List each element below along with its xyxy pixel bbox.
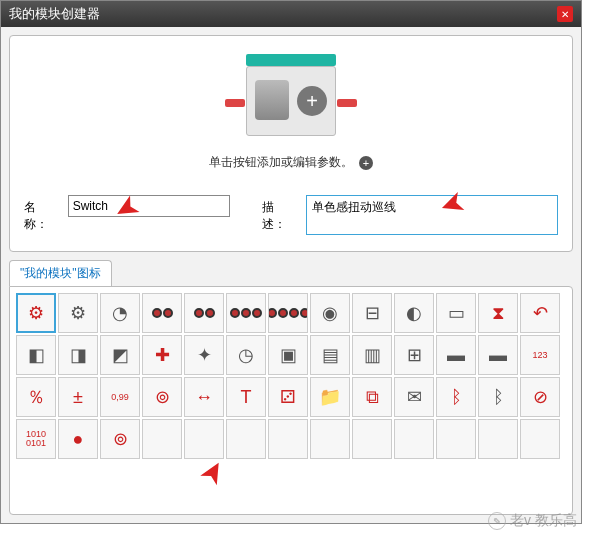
icon-cube2[interactable]: ◨: [58, 335, 98, 375]
icon-motor[interactable]: ◔: [100, 293, 140, 333]
icon-empty: [226, 419, 266, 459]
icon-mail[interactable]: ✉: [394, 377, 434, 417]
icon-cube1[interactable]: ◧: [16, 335, 56, 375]
close-icon: ✕: [561, 9, 569, 20]
desc-input[interactable]: [306, 195, 558, 235]
icon-wheel-3[interactable]: [226, 293, 266, 333]
icon-num-glyph: 0,99: [111, 393, 129, 402]
block-icon-preview: [255, 80, 289, 120]
icon-empty: [394, 419, 434, 459]
icon-empty: [184, 419, 224, 459]
hint-text: 单击按钮添加或编辑参数。: [209, 154, 353, 171]
icon-math-glyph: ±: [73, 388, 83, 406]
icon-cube3[interactable]: ◩: [100, 335, 140, 375]
icon-bt-on-glyph: ᛒ: [451, 388, 462, 406]
hint-row: 单击按钮添加或编辑参数。 +: [209, 154, 373, 171]
icon-sensor1-glyph: ▣: [280, 346, 297, 364]
icon-axes-glyph: ✦: [197, 346, 212, 364]
icon-slider[interactable]: ⊟: [352, 293, 392, 333]
icon-num[interactable]: 0,99: [100, 377, 140, 417]
block-preview: +: [221, 54, 361, 144]
icon-empty: [520, 419, 560, 459]
icon-math[interactable]: ±: [58, 377, 98, 417]
icon-empty: [268, 419, 308, 459]
icon-display[interactable]: ▭: [436, 293, 476, 333]
icon-percent-glyph: ％: [27, 388, 45, 406]
icon-folder-glyph: 📁: [319, 388, 341, 406]
icon-wheel-2b[interactable]: [184, 293, 224, 333]
icon-gauge-glyph: ◉: [322, 304, 338, 322]
icon-bug[interactable]: ●: [58, 419, 98, 459]
icon-robot-glyph: ⊞: [407, 346, 422, 364]
icon-empty: [352, 419, 392, 459]
icon-width-glyph: ↔: [195, 388, 213, 406]
preview-panel: + 单击按钮添加或编辑参数。 + 名称： 描述：: [9, 35, 573, 252]
icon-sensor1[interactable]: ▣: [268, 335, 308, 375]
icon-timer-glyph: ◷: [238, 346, 254, 364]
icon-cube1-glyph: ◧: [28, 346, 45, 364]
icon-bt-off-glyph: ᛒ: [493, 388, 504, 406]
icon-text[interactable]: T: [226, 377, 266, 417]
close-button[interactable]: ✕: [557, 6, 573, 22]
dialog-title: 我的模块创建器: [9, 5, 100, 23]
icon-mail-glyph: ✉: [407, 388, 422, 406]
icon-brain-red-glyph: ⚙: [28, 304, 44, 322]
icon-slider-glyph: ⊟: [365, 304, 380, 322]
icon-spiral-glyph: ⊚: [113, 430, 128, 448]
icon-width[interactable]: ↔: [184, 377, 224, 417]
icon-empty: [142, 419, 182, 459]
tab-myblock-icons[interactable]: "我的模块"图标: [9, 260, 112, 286]
icon-dpad[interactable]: ✚: [142, 335, 182, 375]
icon-digits[interactable]: 123: [520, 335, 560, 375]
icon-digits-glyph: 123: [532, 351, 547, 360]
icon-bt-on[interactable]: ᛒ: [436, 377, 476, 417]
icon-sensor2[interactable]: ▤: [310, 335, 350, 375]
icon-no-web[interactable]: ⊘: [520, 377, 560, 417]
icon-folder[interactable]: 📁: [310, 377, 350, 417]
icon-dpad-glyph: ✚: [155, 346, 170, 364]
icon-timer[interactable]: ◷: [226, 335, 266, 375]
icon-chart[interactable]: ⧉: [352, 377, 392, 417]
icon-cube2-glyph: ◨: [70, 346, 87, 364]
icon-brain-dark[interactable]: ⚙: [58, 293, 98, 333]
icon-sensor2-glyph: ▤: [322, 346, 339, 364]
icon-no-web-glyph: ⊘: [533, 388, 548, 406]
icon-case2[interactable]: ▬: [478, 335, 518, 375]
icon-axes[interactable]: ✦: [184, 335, 224, 375]
icon-empty: [478, 419, 518, 459]
icon-sensor3[interactable]: ▥: [352, 335, 392, 375]
tab-bar: "我的模块"图标: [9, 260, 573, 286]
icon-hourglass-glyph: ⧗: [492, 304, 505, 322]
icon-robot[interactable]: ⊞: [394, 335, 434, 375]
icon-undo[interactable]: ↶: [520, 293, 560, 333]
icon-coil[interactable]: ⊚: [142, 377, 182, 417]
icon-sensor3-glyph: ▥: [364, 346, 381, 364]
watermark-text: 老v 教乐高: [510, 512, 577, 530]
icon-cube3-glyph: ◩: [112, 346, 129, 364]
desc-label: 描述：: [262, 195, 298, 233]
output-plug-icon: [337, 99, 357, 107]
icon-chart-glyph: ⧉: [366, 388, 379, 406]
icon-hourglass[interactable]: ⧗: [478, 293, 518, 333]
icon-brain-red[interactable]: ⚙: [16, 293, 56, 333]
icon-display-glyph: ▭: [448, 304, 465, 322]
icon-dice[interactable]: ⚂: [268, 377, 308, 417]
icon-case1[interactable]: ▬: [436, 335, 476, 375]
watermark-icon: ✎: [488, 512, 506, 530]
form-row: 名称： 描述：: [24, 195, 558, 235]
icon-percent[interactable]: ％: [16, 377, 56, 417]
name-input[interactable]: [68, 195, 231, 217]
icon-spiral[interactable]: ⊚: [100, 419, 140, 459]
myblock-builder-dialog: 我的模块创建器 ✕ + 单击按钮添加或编辑参数。 + 名称： 描述： "我的模块…: [0, 0, 582, 524]
add-parameter-button[interactable]: +: [297, 86, 327, 116]
icon-binary[interactable]: 1010 0101: [16, 419, 56, 459]
icon-wheel-4[interactable]: [268, 293, 308, 333]
icon-case1-glyph: ▬: [447, 346, 465, 364]
icon-bt-off[interactable]: ᛒ: [478, 377, 518, 417]
icon-gauge[interactable]: ◉: [310, 293, 350, 333]
icon-speaker[interactable]: ◐: [394, 293, 434, 333]
hint-plus-icon: +: [359, 156, 373, 170]
icon-wheel-2a[interactable]: [142, 293, 182, 333]
icon-text-glyph: T: [241, 388, 252, 406]
icon-dice-glyph: ⚂: [280, 388, 296, 406]
